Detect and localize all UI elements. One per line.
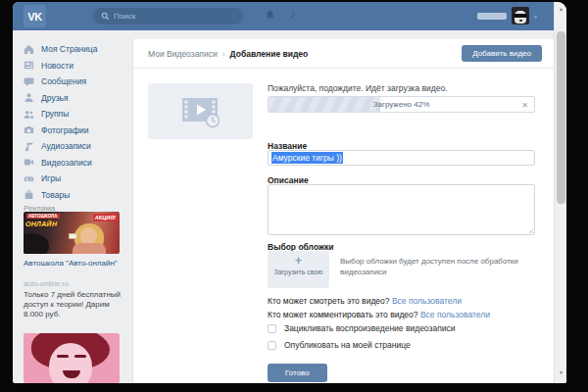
done-button[interactable]: Готово [268,364,327,382]
sidebar-item-games[interactable]: Игры [24,171,129,187]
video-thumbnail-placeholder [148,83,253,139]
sidebar-item-label: Игры [41,173,61,183]
upload-status-text: Пожалуйста, подождите. Идёт загрузка вид… [268,83,448,93]
loop-playback-label: Зацикливать воспроизведение видеозаписи [284,323,455,333]
breadcrumb-my-videos-link[interactable]: Мои Видеозаписи [148,49,218,59]
ad-banner-driving-school[interactable]: АВТОШКОЛА ОНЛАЙН АКЦИЯ! [24,212,120,254]
breadcrumb: Мои Видеозаписи › Добавление видео Добав… [133,39,554,69]
publish-on-page-checkbox[interactable] [268,341,276,350]
ad-car-interior [24,233,49,254]
main-content: Мои Видеозаписи › Добавление видео Добав… [132,39,554,383]
search-input[interactable]: Поиск [93,8,243,24]
avatar-sunglasses [514,14,527,18]
search-icon [101,12,110,21]
ad-image-detail [57,355,69,358]
publish-on-page-label: Опубликовать на моей странице [284,340,411,350]
title-selected-text: Амурские тигры )) [271,152,343,164]
comment-privacy-question: Кто может комментировать это видео? [268,310,418,319]
groups-icon [24,109,34,120]
ad-title-link[interactable]: Автошкола "Авто-онлайн" [24,259,122,269]
username-blurred[interactable] [477,13,507,20]
page-title: Добавление видео [230,49,309,59]
avatar-nose [519,20,522,22]
watch-privacy-question: Кто может смотреть это видео? [268,296,390,306]
description-textarea[interactable] [268,184,535,235]
sidebar-item-my-page[interactable]: Моя Страница [24,41,129,58]
sidebar-item-label: Аудиозаписи [41,141,91,151]
scrollbar-thumb[interactable] [557,31,565,204]
sidebar-item-messages[interactable]: Сообщения [24,74,129,90]
music-icon[interactable]: ♪ [290,9,296,20]
ad-image-detail [74,355,86,358]
loop-playback-checkbox[interactable] [268,324,276,333]
ad-banner-text1: АВТОШКОЛА [26,214,60,219]
upload-cover-label: Загрузить свою [268,269,329,275]
user-avatar[interactable] [512,7,529,24]
title-input[interactable]: Амурские тигры )) [268,150,535,166]
sidebar-item-friends[interactable]: Друзья [24,90,129,107]
ad-description: Только 7 дней бесплатный доступ к теории… [24,290,122,319]
film-clock-icon [178,95,223,128]
friends-icon [24,92,34,103]
upload-progress-bar: Загружено 42% ✕ [268,96,535,113]
sidebar-item-label: Новости [41,61,74,71]
home-icon [24,44,34,55]
sidebar-item-photos[interactable]: Фотографии [24,122,129,139]
sidebar-item-video[interactable]: Видеозаписи [24,155,129,172]
scrollbar-down-arrow-icon[interactable]: ▼ [555,369,566,375]
sidebar-item-label: Друзья [41,93,69,103]
loop-playback-checkbox-row[interactable]: Зацикливать воспроизведение видеозаписи [268,323,455,333]
video-icon [24,157,34,168]
audio-icon [24,141,34,152]
market-icon [24,189,34,200]
news-icon [24,60,34,71]
cancel-upload-icon[interactable]: ✕ [521,101,528,110]
messages-icon [24,76,34,87]
progress-label: Загружено 42% [269,97,534,112]
plus-icon: + [268,254,329,269]
add-video-button[interactable]: Добавить видео [462,45,542,62]
photos-icon [24,124,34,135]
search-placeholder: Поиск [114,12,135,21]
sidebar-menu: Моя Страница Новости Сообщения Друзья Гр… [24,41,129,203]
ad-image-second[interactable] [24,333,120,383]
sidebar-item-market[interactable]: Товары [24,187,129,204]
sidebar-item-label: Группы [41,109,69,119]
ad-license-card [69,233,77,239]
ad-banner-text2: ОНЛАЙН [25,220,57,227]
upload-cover-button[interactable]: + Загрузить свою [268,251,329,288]
games-icon [24,173,34,184]
notifications-bell-icon[interactable] [265,10,275,23]
account-menu-caret-icon[interactable]: ▾ [534,13,537,20]
publish-on-page-checkbox-row[interactable]: Опубликовать на моей странице [268,340,411,350]
cover-availability-note: Выбор обложки будет доступен после обраб… [340,256,536,277]
watch-privacy-link[interactable]: Все пользователи [392,296,462,306]
sidebar-item-label: Сообщения [41,76,86,86]
breadcrumb-separator: › [222,49,225,59]
sidebar-item-audio[interactable]: Аудиозаписи [24,138,129,155]
comment-privacy-row: Кто может комментировать это видео? Все … [268,310,490,319]
sidebar-item-label: Видеозаписи [41,158,92,168]
watch-privacy-row: Кто может смотреть это видео? Все пользо… [268,296,462,306]
comment-privacy-link[interactable]: Все пользователи [420,310,490,319]
resize-grip-icon[interactable] [526,226,533,233]
vk-logo[interactable]: VK [24,5,46,27]
ad-url: auto-online.ru [24,279,69,288]
scrollbar-up-arrow-icon[interactable]: ▲ [555,6,566,12]
sidebar-item-news[interactable]: Новости [24,58,129,74]
browser-viewport: VK Поиск ♪ ▾ Моя Страница Новости Сообще… [13,2,566,383]
sidebar-item-label: Товары [41,190,70,200]
ad-banner-badge: АКЦИЯ! [93,214,118,221]
sidebar-item-label: Фотографии [41,125,89,135]
vertical-scrollbar[interactable]: ▲ ▼ [554,2,566,383]
ad-woman-body [73,243,106,254]
sidebar-item-label: Моя Страница [41,44,97,54]
sidebar-item-groups[interactable]: Группы [24,106,129,122]
top-navigation-bar: VK Поиск ♪ ▾ [13,2,554,30]
